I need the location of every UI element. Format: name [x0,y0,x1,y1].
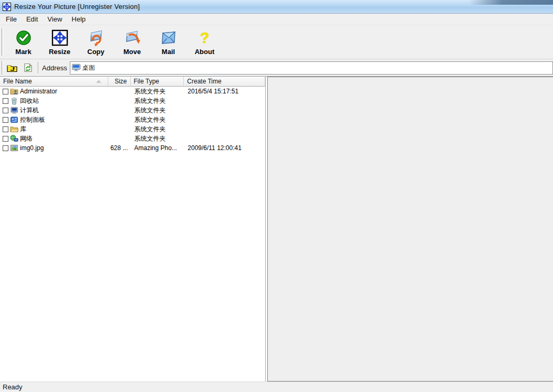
move-label: Move [123,48,141,56]
mark-button[interactable]: Mark [5,27,41,57]
move-button[interactable]: Move [114,27,150,57]
mark-check-icon [15,29,33,47]
file-name: 回收站 [20,97,39,105]
main-area: File Name Size File Type Create Time [0,77,553,382]
table-row-administrator[interactable]: Administrator 系统文件夹 2016/5/4 15:17:51 [0,87,265,96]
user-folder-icon [10,87,18,96]
app-window: Resize Your Picture [Unregister Version]… [0,0,553,392]
file-name: 网络 [20,134,33,143]
menu-file[interactable]: File [1,14,22,24]
menubar: File Edit View Help [0,14,553,25]
mail-button[interactable]: Mail [150,27,186,57]
file-type: 系统文件夹 [131,125,184,134]
mark-label: Mark [15,48,31,56]
table-row-img0-jpg[interactable]: img0.jpg 628 ... Amazing Pho... 2009/6/1… [0,143,265,153]
toolbar-gripper[interactable] [2,28,3,55]
table-row-network[interactable]: 网络 系统文件夹 [0,134,265,143]
refresh-button[interactable] [21,61,35,74]
desktop-icon [72,64,80,71]
column-header-file-name[interactable]: File Name [0,77,108,87]
row-checkbox[interactable] [3,98,8,104]
column-header-file-type[interactable]: File Type [131,77,184,87]
file-create-time: 2016/5/4 15:17:51 [184,88,265,95]
statusbar: Ready [0,382,553,392]
file-type: Amazing Pho... [131,144,184,152]
file-create-time: 2009/6/11 12:00:41 [184,144,265,152]
file-type: 系统文件夹 [131,87,184,96]
control-panel-icon [10,115,18,124]
toolbar: Mark Resize [0,25,553,59]
row-checkbox[interactable] [3,145,8,151]
titlebar[interactable]: Resize Your Picture [Unregister Version] [0,0,553,14]
sort-ascending-icon [96,80,101,83]
copy-button[interactable]: Copy [78,27,114,57]
window-title: Resize Your Picture [Unregister Version] [14,3,140,10]
about-question-icon: ? [196,29,214,47]
up-folder-button[interactable] [5,61,19,74]
about-button[interactable]: ? About [186,27,223,57]
addressbar: Address 桌面 [0,59,553,77]
file-type: 系统文件夹 [131,97,184,105]
row-checkbox[interactable] [3,108,8,113]
copy-photo-icon [87,29,105,47]
list-rows: Administrator 系统文件夹 2016/5/4 15:17:51 [0,87,265,382]
file-size: 628 ... [108,144,131,152]
mail-label: Mail [162,48,175,56]
status-text: Ready [3,383,23,391]
file-type: 系统文件夹 [131,134,184,143]
recycle-bin-icon [10,97,18,105]
row-checkbox[interactable] [3,117,8,123]
network-icon [10,134,18,143]
file-name: 计算机 [20,106,39,115]
column-header-size[interactable]: Size [108,77,131,87]
file-name: 控制面板 [20,115,45,124]
menu-edit[interactable]: Edit [22,14,43,24]
file-type: 系统文件夹 [131,115,184,124]
addressbar-gripper[interactable] [2,61,3,75]
resize-label: Resize [49,48,70,56]
copy-label: Copy [87,48,105,56]
move-photo-icon [123,29,141,47]
resize-arrows-icon [51,29,69,47]
address-label: Address [42,64,67,72]
list-header: File Name Size File Type Create Time [0,77,265,87]
background-window-edge [469,0,553,5]
file-type: 系统文件夹 [131,106,184,115]
resize-button[interactable]: Resize [41,27,78,57]
table-row-recycle-bin[interactable]: 回收站 系统文件夹 [0,96,265,105]
refresh-icon [24,63,33,72]
row-checkbox[interactable] [3,136,8,142]
menu-view[interactable]: View [43,14,67,24]
column-header-create-time[interactable]: Create Time [184,77,265,87]
table-row-computer[interactable]: 计算机 系统文件夹 [0,105,265,115]
table-row-libraries[interactable]: 库 系统文件夹 [0,124,265,134]
app-resize-icon [3,3,11,11]
folder-up-icon [7,63,17,72]
addressbar-separator [38,62,39,73]
file-name: img0.jpg [20,144,44,152]
libraries-folder-icon [10,125,18,133]
row-checkbox[interactable] [3,89,8,94]
address-input[interactable]: 桌面 [70,61,553,75]
mail-envelope-icon [160,29,178,47]
menu-help[interactable]: Help [67,14,90,24]
image-file-icon [10,144,18,152]
about-label: About [195,48,215,56]
file-name: Administrator [20,88,57,95]
table-row-control-panel[interactable]: 控制面板 系统文件夹 [0,115,265,124]
file-list: File Name Size File Type Create Time [0,77,266,382]
computer-icon [10,106,18,114]
preview-pane [267,77,553,382]
address-value: 桌面 [82,63,95,72]
row-checkbox[interactable] [3,126,8,132]
file-name: 库 [20,125,26,134]
